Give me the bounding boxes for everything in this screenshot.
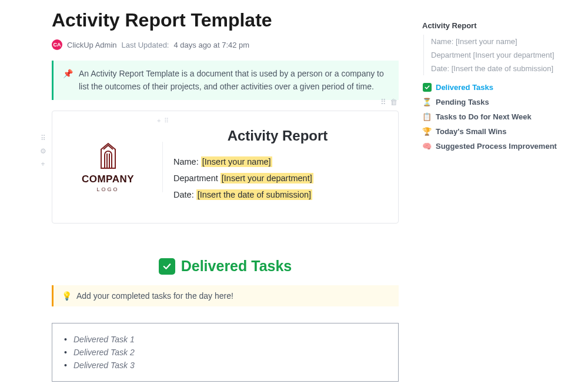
outline-item-label: Delivered Tasks <box>436 83 493 92</box>
byline: CA ClickUp Admin Last Updated: 4 days ag… <box>52 39 399 50</box>
field-placeholder[interactable]: [Insert your name] <box>201 156 272 167</box>
pin-icon: 📌 <box>63 68 73 93</box>
field-label: Department <box>173 174 218 183</box>
drag-handle-icon[interactable]: ⠿ <box>164 117 169 125</box>
list-item[interactable]: Delivered Task 3 <box>64 359 386 372</box>
section-heading-delivered: Delivered Tasks <box>52 258 399 275</box>
outline-item-pending[interactable]: ⏳ Pending Tasks <box>422 95 575 109</box>
brain-icon: 🧠 <box>422 142 432 151</box>
lightbulb-icon: 💡 <box>62 291 72 301</box>
author-name[interactable]: ClickUp Admin <box>67 41 117 49</box>
callout-text: An Activity Report Template is a documen… <box>79 68 389 93</box>
trophy-icon: 🏆 <box>422 127 432 136</box>
updated-label: Last Updated: <box>122 41 169 49</box>
block-gutter: ⠿ ⚙ + <box>39 134 47 168</box>
page-title: Activity Report Template <box>52 9 399 31</box>
add-block-icon[interactable]: + <box>39 160 47 168</box>
outline-item-delivered[interactable]: Delivered Tasks <box>422 80 575 95</box>
outline-item-label: Pending Tasks <box>436 98 489 106</box>
list-item[interactable]: Delivered Task 2 <box>64 346 386 359</box>
tip-text: Add your completed tasks for the day her… <box>76 291 233 301</box>
delete-icon[interactable]: 🗑 <box>390 98 397 106</box>
outline-sidebar: Activity Report Name: [Insert your name]… <box>422 21 575 154</box>
drag-handle-icon[interactable]: ⠿ <box>380 98 386 106</box>
report-card: COMPANY LOGO + ⠿ Activity Report Name: [… <box>52 111 399 223</box>
drag-handle-icon[interactable]: ⠿ <box>39 134 47 142</box>
author-avatar[interactable]: CA <box>52 39 62 50</box>
outline-item-label: Today's Small Wins <box>436 127 507 136</box>
checkmark-icon <box>159 258 175 275</box>
outline-item-improvement[interactable]: 🧠 Suggested Process Improvement <box>422 139 575 154</box>
field-name[interactable]: Name: [Insert your name] <box>173 157 382 166</box>
delivered-tasks-box[interactable]: Delivered Task 1 Delivered Task 2 Delive… <box>52 323 399 382</box>
outline-item-label: Suggested Process Improvement <box>436 142 557 151</box>
outline-item-label: Tasks to Do for Next Week <box>436 112 532 121</box>
field-placeholder[interactable]: [Insert the date of submission] <box>196 189 312 200</box>
section-title: Delivered Tasks <box>181 258 292 275</box>
outline-sub-item[interactable]: Date: [Insert the date of submission] <box>431 62 575 75</box>
outline-header[interactable]: Activity Report <box>422 21 575 30</box>
updated-value: 4 days ago at 7:42 pm <box>173 41 249 49</box>
outline-sub-item[interactable]: Department [Insert your department] <box>431 48 575 62</box>
outline-sub-item[interactable]: Name: [Insert your name] <box>431 35 575 48</box>
company-logo: COMPANY LOGO <box>63 142 163 192</box>
field-date[interactable]: Date: [Insert the date of submission] <box>173 190 382 199</box>
logo-text: COMPANY <box>82 174 134 185</box>
clipboard-icon: 📋 <box>422 112 432 121</box>
intro-callout: 📌 An Activity Report Template is a docum… <box>52 61 399 100</box>
outline-item-nextweek[interactable]: 📋 Tasks to Do for Next Week <box>422 109 575 124</box>
outline-item-wins[interactable]: 🏆 Today's Small Wins <box>422 124 575 139</box>
add-column-icon[interactable]: + <box>157 117 161 125</box>
list-item[interactable]: Delivered Task 1 <box>64 333 386 346</box>
outline-sub-list: Name: [Insert your name] Department [Ins… <box>423 35 575 75</box>
main-content: Activity Report Template CA ClickUp Admi… <box>52 9 399 382</box>
field-label: Date: <box>173 190 194 199</box>
field-label: Name: <box>173 157 199 166</box>
settings-icon[interactable]: ⚙ <box>39 147 47 155</box>
card-toolbar: ⠿ 🗑 <box>380 98 397 106</box>
delivered-tasks-list: Delivered Task 1 Delivered Task 2 Delive… <box>64 333 386 372</box>
checkmark-icon <box>422 83 432 92</box>
card-title: Activity Report <box>173 128 382 144</box>
hourglass-icon: ⏳ <box>422 98 432 106</box>
delivered-tip: 💡 Add your completed tasks for the day h… <box>52 285 399 306</box>
logo-subtext: LOGO <box>96 186 119 192</box>
company-logo-icon <box>96 142 120 170</box>
field-placeholder[interactable]: [Insert your department] <box>220 173 313 184</box>
report-card-wrap: ⠿ 🗑 COMPANY LOGO + ⠿ Activity Report <box>52 111 399 223</box>
card-body: + ⠿ Activity Report Name: [Insert your n… <box>173 128 382 206</box>
field-department[interactable]: Department [Insert your department] <box>173 174 382 183</box>
